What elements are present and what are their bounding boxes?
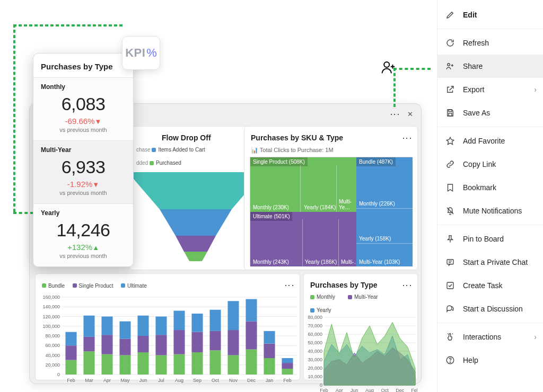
menu-item-help[interactable]: Help [437,349,543,372]
callout-line [13,24,122,26]
svg-text:80,000: 80,000 [45,333,60,338]
menu-item-refresh[interactable]: Refresh [437,31,543,55]
menu-separator [437,127,543,127]
treemap-more-button[interactable] [400,131,414,145]
svg-text:Oct: Oct [381,388,389,392]
svg-text:Nov: Nov [229,378,238,383]
kpi-value: 6,933 [41,157,126,177]
svg-text:80,000: 80,000 [308,315,322,320]
svg-text:50,000: 50,000 [308,340,322,345]
kpi-row: Multi-Year 6,933 -1.92%▼ vs previous mon… [33,140,133,203]
svg-rect-39 [191,314,203,332]
refresh-icon [445,38,456,48]
svg-text:Apr: Apr [103,378,111,383]
menu-item-star[interactable]: Add Favorite [437,129,543,153]
task-icon [445,280,456,291]
svg-rect-16 [65,360,76,375]
svg-rect-54 [282,358,293,363]
svg-rect-106 [449,113,452,116]
svg-rect-24 [101,317,112,335]
svg-point-102 [448,64,450,66]
treemap-cell: Monthly (226K) [357,200,397,207]
menu-item-discuss[interactable]: Start a Discussion [437,297,543,320]
menu-item-link[interactable]: Copy Link [437,153,543,176]
kpi-delta: -69.66%▼ [41,117,126,126]
svg-text:Oct: Oct [212,378,220,383]
area-legend: Monthly Multi-Year Yearly [304,294,417,315]
menu-item-label: Export [463,85,484,94]
chevron-right-icon: › [534,333,537,341]
svg-text:Jun: Jun [351,388,358,392]
treemap-chart[interactable]: Single Product (508K) Monthly (230K) Yea… [250,157,412,266]
svg-rect-50 [264,344,275,358]
svg-point-118 [450,362,450,362]
menu-item-bookmark[interactable]: Bookmark [437,176,543,199]
kpi-card-title: Purchases by Type [33,54,133,77]
svg-text:40,000: 40,000 [308,349,322,354]
svg-rect-28 [137,352,148,375]
svg-rect-19 [83,351,94,375]
svg-text:Jun: Jun [139,378,147,383]
menu-item-label: Help [463,356,478,364]
svg-rect-45 [227,301,239,330]
kpi-widget-icon: KPI% [122,36,160,70]
stacked-bar-chart[interactable]: FebMarAprMayJunJulAugSepOctNovDecJanFeb … [36,294,300,384]
treemap-subtitle: 📊 Total Clicks to Purchase: 1M [244,147,417,156]
svg-text:20,000: 20,000 [308,366,322,371]
svg-text:Dec: Dec [247,378,256,383]
down-triangle-icon: ▼ [92,181,99,189]
svg-text:10,000: 10,000 [308,374,322,379]
treemap-group: Single Product (508K) [250,157,308,166]
svg-rect-51 [264,331,275,344]
menu-item-task[interactable]: Create Task [437,274,543,297]
menu-item-save[interactable]: Save As [437,101,543,124]
bar-more-button[interactable] [283,278,296,292]
menu-item-chat[interactable]: Start a Private Chat [437,251,543,274]
area-more-button[interactable] [400,278,414,292]
svg-marker-5 [176,236,216,252]
menu-item-export[interactable]: Export › [437,78,543,101]
svg-text:Jan: Jan [266,378,274,383]
treemap-cell: Monthly (243K) [251,259,291,265]
kpi-period-label: Multi-Year [41,146,126,154]
menu-item-label: Edit [463,11,477,19]
svg-text:100,000: 100,000 [42,324,60,329]
svg-text:Dec: Dec [396,388,405,392]
menu-item-share[interactable]: Share [437,55,543,78]
menu-item-mute[interactable]: Mute Notifications [437,199,543,222]
help-icon [445,355,456,366]
treemap-title: Purchases by SKU & Type [251,133,343,142]
chat-icon [445,257,456,268]
svg-text:20,000: 20,000 [45,362,60,368]
svg-rect-113 [447,282,453,289]
svg-rect-25 [119,355,130,375]
panel-close-button[interactable] [403,107,417,121]
svg-marker-4 [160,209,232,236]
panel-more-button[interactable] [388,107,402,121]
up-triangle-icon: ▲ [92,244,99,252]
menu-item-pin[interactable]: Pin to Board [437,227,543,251]
svg-rect-18 [65,332,76,346]
svg-rect-49 [264,358,275,375]
menu-separator [437,225,543,225]
menu-item-interact[interactable]: Interactions › [437,325,543,349]
treemap-group: Ultimate (501K) [250,212,292,221]
treemap-cell: Multi-Ye… [337,198,356,211]
menu-item-label: Start a Discussion [463,305,523,313]
svg-rect-43 [227,355,239,375]
treemap-cell: Yearly (184K) [302,204,337,211]
menu-item-label: Mute Notifications [463,207,522,215]
svg-marker-107 [446,137,454,145]
kpi-value: 6,083 [41,94,126,114]
kpi-vs-label: vs previous month [41,253,126,259]
svg-rect-26 [119,338,130,355]
svg-text:140,000: 140,000 [42,304,60,309]
chevron-right-icon: › [534,85,537,94]
area-chart[interactable]: FebAprJunAugOctDecFeb 80,00070,00060,000… [304,315,417,392]
menu-item-edit[interactable]: Edit [437,3,543,26]
svg-rect-21 [83,316,94,337]
menu-item-label: Create Task [463,281,502,290]
kpi-row: Yearly 14,246 +132%▲ vs previous month [33,203,133,266]
save-icon [445,108,456,118]
svg-rect-30 [137,316,148,336]
